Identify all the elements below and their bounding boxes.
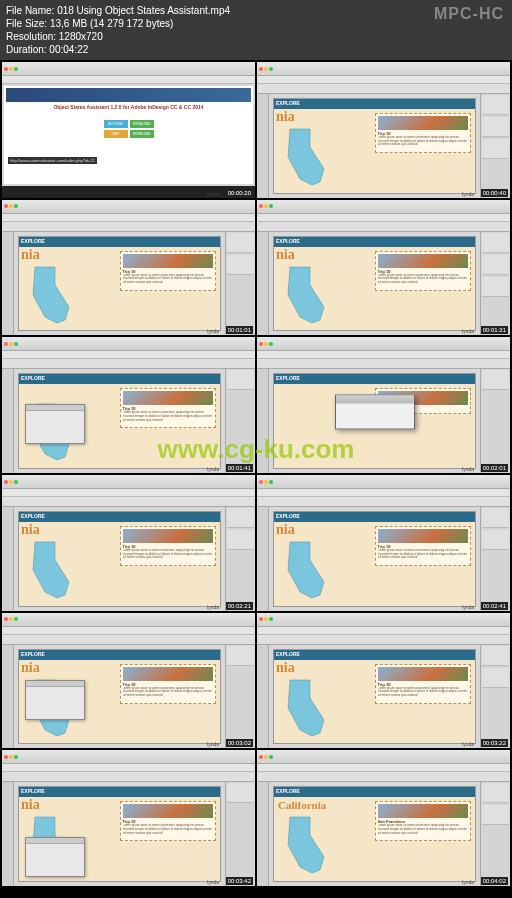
document-canvas[interactable]: EXPLORE nia Trip 10 Lorem ipsum dolor si… [18, 649, 221, 745]
app-toolbar[interactable] [257, 84, 510, 94]
minimize-icon[interactable] [264, 617, 268, 621]
info-card[interactable]: Trip 10 Lorem ipsum dolor sit amet conse… [120, 526, 216, 566]
object-states-panel[interactable] [25, 404, 85, 444]
app-menu[interactable] [2, 351, 255, 359]
tools-panel[interactable] [2, 232, 14, 336]
app-menu[interactable] [2, 214, 255, 222]
panel[interactable] [482, 805, 509, 825]
document-canvas[interactable]: EXPLORE Trip 10 Lorem ipsum dolor sit am… [18, 373, 221, 469]
tools-panel[interactable] [2, 782, 14, 886]
zoom-icon[interactable] [14, 755, 18, 759]
california-map[interactable] [27, 265, 72, 325]
california-map[interactable] [282, 815, 327, 875]
close-icon[interactable] [4, 342, 8, 346]
info-card[interactable]: Trip 10 Lorem ipsum dolor sit amet conse… [375, 251, 471, 291]
minimize-icon[interactable] [9, 204, 13, 208]
california-map[interactable] [282, 127, 327, 187]
close-icon[interactable] [4, 617, 8, 621]
document-canvas[interactable]: EXPLORE nia Trip 10 Lorem ipsum dolor si… [273, 511, 476, 607]
panels-dock[interactable] [480, 507, 510, 611]
minimize-icon[interactable] [264, 67, 268, 71]
document-canvas[interactable]: EXPLORE nia Trip 10 Lorem ipsum dolor si… [18, 236, 221, 332]
minimize-icon[interactable] [9, 755, 13, 759]
app-toolbar[interactable] [257, 772, 510, 782]
panel[interactable] [227, 255, 254, 275]
app-menu[interactable] [2, 489, 255, 497]
zoom-icon[interactable] [269, 67, 273, 71]
panel[interactable] [227, 646, 254, 666]
panel[interactable] [482, 139, 509, 159]
thumbnail[interactable]: EXPLORE California San Francisco Lorem i… [257, 750, 510, 886]
close-icon[interactable] [259, 617, 263, 621]
tools-panel[interactable] [257, 507, 269, 611]
thumbnail[interactable]: Object States Assistant 1.2.0 for Adobe … [2, 62, 255, 198]
app-menu[interactable] [2, 627, 255, 635]
close-icon[interactable] [259, 204, 263, 208]
zoom-icon[interactable] [14, 204, 18, 208]
panel[interactable] [482, 646, 509, 666]
zoom-icon[interactable] [269, 755, 273, 759]
panels-dock[interactable] [225, 232, 255, 336]
close-icon[interactable] [259, 342, 263, 346]
close-icon[interactable] [4, 755, 8, 759]
panel[interactable] [482, 95, 509, 115]
info-card[interactable]: Trip 10 Lorem ipsum dolor sit amet conse… [375, 664, 471, 704]
panels-dock[interactable] [480, 94, 510, 198]
panel[interactable] [482, 783, 509, 803]
zoom-icon[interactable] [14, 617, 18, 621]
minimize-icon[interactable] [264, 755, 268, 759]
close-icon[interactable] [4, 67, 8, 71]
tools-panel[interactable] [257, 232, 269, 336]
panels-dock[interactable] [480, 369, 510, 473]
object-states-panel[interactable] [25, 680, 85, 720]
tools-panel[interactable] [257, 94, 269, 198]
thumbnail[interactable]: EXPLORE Trip 10 Lorem ipsum dolor sit am… [2, 337, 255, 473]
close-icon[interactable] [259, 755, 263, 759]
dialog-box[interactable] [335, 394, 415, 429]
tools-panel[interactable] [2, 369, 14, 473]
thumbnail[interactable]: EXPLORE nia Trip 10 Lorem ipsum dolor si… [257, 62, 510, 198]
panel[interactable] [227, 508, 254, 528]
app-menu[interactable] [257, 351, 510, 359]
panels-dock[interactable] [480, 232, 510, 336]
info-card[interactable]: Trip 10 Lorem ipsum dolor sit amet conse… [375, 526, 471, 566]
document-canvas[interactable]: EXPLORE California San Francisco Lorem i… [273, 786, 476, 882]
panel[interactable] [482, 668, 509, 688]
document-canvas[interactable]: EXPLORE nia Trip 10 Lorem ipsum dolor si… [18, 511, 221, 607]
panels-dock[interactable] [480, 645, 510, 749]
thumbnail[interactable]: EXPLORE nia Trip 10 Lorem ipsum dolor si… [2, 750, 255, 886]
thumbnail[interactable]: EXPLORE Trip 10 lynda 00:02:01 [257, 337, 510, 473]
info-card[interactable]: Trip 10 Lorem ipsum dolor sit amet conse… [375, 113, 471, 153]
info-card[interactable]: San Francisco Lorem ipsum dolor sit amet… [375, 801, 471, 841]
panels-dock[interactable] [480, 782, 510, 886]
panels-dock[interactable] [225, 507, 255, 611]
thumbnail[interactable]: EXPLORE nia Trip 10 Lorem ipsum dolor si… [2, 200, 255, 336]
california-map[interactable] [27, 540, 72, 600]
dialog-header[interactable] [336, 395, 414, 403]
minimize-icon[interactable] [9, 342, 13, 346]
app-toolbar[interactable] [257, 497, 510, 507]
panels-dock[interactable] [225, 645, 255, 749]
panels-dock[interactable] [225, 782, 255, 886]
minimize-icon[interactable] [9, 617, 13, 621]
panel[interactable] [482, 117, 509, 137]
panel[interactable] [482, 233, 509, 253]
california-map[interactable] [282, 678, 327, 738]
minimize-icon[interactable] [9, 480, 13, 484]
info-card[interactable]: Trip 10 Lorem ipsum dolor sit amet conse… [120, 251, 216, 291]
app-menu[interactable] [2, 764, 255, 772]
panel-body[interactable] [26, 687, 84, 691]
app-toolbar[interactable] [2, 359, 255, 369]
thumbnail[interactable]: EXPLORE nia Trip 10 Lorem ipsum dolor si… [257, 200, 510, 336]
panel[interactable] [482, 370, 509, 390]
close-icon[interactable] [4, 480, 8, 484]
close-icon[interactable] [259, 480, 263, 484]
panels-dock[interactable] [225, 369, 255, 473]
panel[interactable] [227, 233, 254, 253]
app-menu[interactable] [257, 489, 510, 497]
info-card[interactable]: Trip 10 Lorem ipsum dolor sit amet conse… [120, 664, 216, 704]
california-map[interactable] [282, 540, 327, 600]
zoom-icon[interactable] [269, 617, 273, 621]
zoom-icon[interactable] [14, 67, 18, 71]
panel[interactable] [227, 783, 254, 803]
